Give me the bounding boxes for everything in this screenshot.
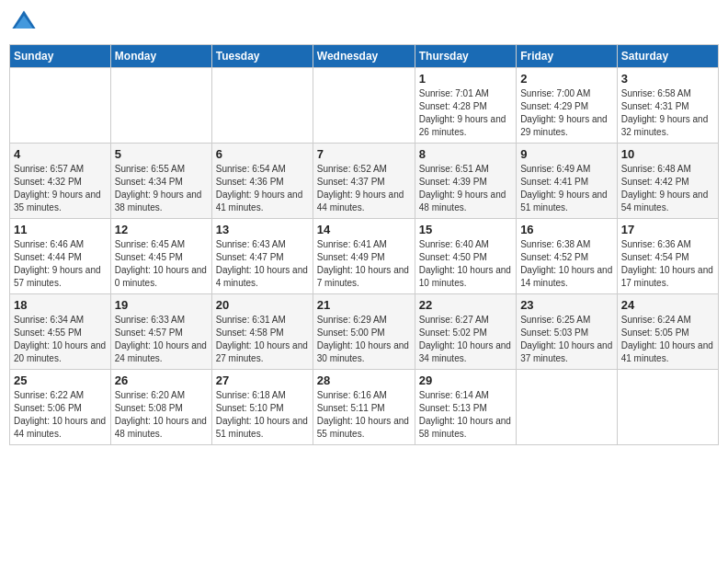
day-number: 1 — [419, 72, 512, 86]
calendar-cell: 24Sunrise: 6:24 AM Sunset: 5:05 PM Dayli… — [617, 294, 718, 370]
day-header-monday: Monday — [110, 45, 211, 68]
cell-info: Sunrise: 6:58 AM Sunset: 4:31 PM Dayligh… — [621, 87, 714, 139]
cell-info: Sunrise: 6:24 AM Sunset: 5:05 PM Dayligh… — [621, 314, 714, 365]
cell-info: Sunrise: 6:40 AM Sunset: 4:50 PM Dayligh… — [419, 238, 512, 290]
day-number: 13 — [216, 223, 309, 236]
calendar-cell: 7Sunrise: 6:52 AM Sunset: 4:37 PM Daylig… — [313, 144, 415, 219]
page-header — [9, 9, 719, 39]
cell-info: Sunrise: 6:55 AM Sunset: 4:34 PM Dayligh… — [115, 163, 208, 214]
day-number: 26 — [115, 373, 208, 387]
cell-info: Sunrise: 6:20 AM Sunset: 5:08 PM Dayligh… — [115, 389, 208, 441]
calendar-cell: 6Sunrise: 6:54 AM Sunset: 4:36 PM Daylig… — [211, 144, 313, 219]
calendar-cell — [517, 370, 618, 445]
cell-info: Sunrise: 6:16 AM Sunset: 5:11 PM Dayligh… — [317, 389, 411, 441]
day-number: 14 — [317, 223, 411, 236]
day-number: 2 — [520, 72, 613, 86]
day-number: 27 — [216, 373, 309, 387]
calendar-cell — [10, 68, 111, 144]
cell-info: Sunrise: 6:33 AM Sunset: 4:57 PM Dayligh… — [115, 314, 208, 365]
cell-info: Sunrise: 6:27 AM Sunset: 5:02 PM Dayligh… — [419, 314, 512, 365]
calendar-week-row: 1Sunrise: 7:01 AM Sunset: 4:28 PM Daylig… — [10, 68, 719, 144]
calendar-cell: 10Sunrise: 6:48 AM Sunset: 4:42 PM Dayli… — [617, 144, 718, 219]
calendar-week-row: 18Sunrise: 6:34 AM Sunset: 4:55 PM Dayli… — [10, 294, 719, 370]
day-header-thursday: Thursday — [415, 45, 516, 68]
day-number: 7 — [317, 147, 411, 161]
cell-info: Sunrise: 6:36 AM Sunset: 4:54 PM Dayligh… — [621, 238, 714, 290]
calendar-cell: 25Sunrise: 6:22 AM Sunset: 5:06 PM Dayli… — [10, 370, 111, 445]
calendar-week-row: 25Sunrise: 6:22 AM Sunset: 5:06 PM Dayli… — [10, 370, 719, 445]
cell-info: Sunrise: 6:49 AM Sunset: 4:41 PM Dayligh… — [520, 163, 613, 214]
day-number: 8 — [419, 147, 512, 161]
calendar-cell: 16Sunrise: 6:38 AM Sunset: 4:52 PM Dayli… — [517, 219, 618, 294]
cell-info: Sunrise: 6:14 AM Sunset: 5:13 PM Dayligh… — [419, 389, 512, 441]
calendar-cell: 15Sunrise: 6:40 AM Sunset: 4:50 PM Dayli… — [415, 219, 516, 294]
logo — [9, 9, 40, 39]
cell-info: Sunrise: 6:22 AM Sunset: 5:06 PM Dayligh… — [14, 389, 107, 441]
cell-info: Sunrise: 6:34 AM Sunset: 4:55 PM Dayligh… — [14, 314, 107, 365]
day-number: 24 — [621, 298, 714, 312]
day-header-tuesday: Tuesday — [211, 45, 313, 68]
calendar-cell: 18Sunrise: 6:34 AM Sunset: 4:55 PM Dayli… — [10, 294, 111, 370]
calendar-cell: 12Sunrise: 6:45 AM Sunset: 4:45 PM Dayli… — [110, 219, 211, 294]
cell-info: Sunrise: 6:43 AM Sunset: 4:47 PM Dayligh… — [216, 238, 309, 290]
day-number: 4 — [14, 147, 107, 161]
day-header-wednesday: Wednesday — [313, 45, 415, 68]
cell-info: Sunrise: 6:48 AM Sunset: 4:42 PM Dayligh… — [621, 163, 714, 214]
day-number: 23 — [520, 298, 613, 312]
calendar-cell: 9Sunrise: 6:49 AM Sunset: 4:41 PM Daylig… — [517, 144, 618, 219]
day-number: 6 — [216, 147, 309, 161]
calendar-cell: 3Sunrise: 6:58 AM Sunset: 4:31 PM Daylig… — [617, 68, 718, 144]
calendar-cell: 28Sunrise: 6:16 AM Sunset: 5:11 PM Dayli… — [313, 370, 415, 445]
cell-info: Sunrise: 6:29 AM Sunset: 5:00 PM Dayligh… — [317, 314, 411, 365]
calendar-cell: 22Sunrise: 6:27 AM Sunset: 5:02 PM Dayli… — [415, 294, 516, 370]
day-number: 11 — [14, 223, 107, 236]
cell-info: Sunrise: 6:54 AM Sunset: 4:36 PM Dayligh… — [216, 163, 309, 214]
calendar-table: SundayMondayTuesdayWednesdayThursdayFrid… — [9, 44, 719, 445]
day-number: 18 — [14, 298, 107, 312]
cell-info: Sunrise: 6:46 AM Sunset: 4:44 PM Dayligh… — [14, 238, 107, 290]
calendar-week-row: 4Sunrise: 6:57 AM Sunset: 4:32 PM Daylig… — [10, 144, 719, 219]
day-number: 3 — [621, 72, 714, 86]
calendar-cell: 4Sunrise: 6:57 AM Sunset: 4:32 PM Daylig… — [10, 144, 111, 219]
day-number: 19 — [115, 298, 208, 312]
day-number: 15 — [419, 223, 512, 236]
calendar-cell: 2Sunrise: 7:00 AM Sunset: 4:29 PM Daylig… — [517, 68, 618, 144]
calendar-cell: 8Sunrise: 6:51 AM Sunset: 4:39 PM Daylig… — [415, 144, 516, 219]
day-header-sunday: Sunday — [10, 45, 111, 68]
calendar-cell: 14Sunrise: 6:41 AM Sunset: 4:49 PM Dayli… — [313, 219, 415, 294]
day-number: 9 — [520, 147, 613, 161]
day-number: 12 — [115, 223, 208, 236]
cell-info: Sunrise: 6:25 AM Sunset: 5:03 PM Dayligh… — [520, 314, 613, 365]
calendar-week-row: 11Sunrise: 6:46 AM Sunset: 4:44 PM Dayli… — [10, 219, 719, 294]
day-header-friday: Friday — [517, 45, 618, 68]
calendar-cell: 20Sunrise: 6:31 AM Sunset: 4:58 PM Dayli… — [211, 294, 313, 370]
day-number: 28 — [317, 373, 411, 387]
cell-info: Sunrise: 6:57 AM Sunset: 4:32 PM Dayligh… — [14, 163, 107, 214]
day-number: 17 — [621, 223, 714, 236]
calendar-cell: 13Sunrise: 6:43 AM Sunset: 4:47 PM Dayli… — [211, 219, 313, 294]
calendar-header-row: SundayMondayTuesdayWednesdayThursdayFrid… — [10, 45, 719, 68]
calendar-cell: 11Sunrise: 6:46 AM Sunset: 4:44 PM Dayli… — [10, 219, 111, 294]
day-number: 16 — [520, 223, 613, 236]
day-number: 10 — [621, 147, 714, 161]
day-number: 25 — [14, 373, 107, 387]
day-number: 5 — [115, 147, 208, 161]
calendar-cell: 19Sunrise: 6:33 AM Sunset: 4:57 PM Dayli… — [110, 294, 211, 370]
cell-info: Sunrise: 6:41 AM Sunset: 4:49 PM Dayligh… — [317, 238, 411, 290]
day-number: 20 — [216, 298, 309, 312]
cell-info: Sunrise: 6:31 AM Sunset: 4:58 PM Dayligh… — [216, 314, 309, 365]
cell-info: Sunrise: 6:45 AM Sunset: 4:45 PM Dayligh… — [115, 238, 208, 290]
day-header-saturday: Saturday — [617, 45, 718, 68]
calendar-cell: 29Sunrise: 6:14 AM Sunset: 5:13 PM Dayli… — [415, 370, 516, 445]
cell-info: Sunrise: 7:00 AM Sunset: 4:29 PM Dayligh… — [520, 87, 613, 139]
calendar-cell: 1Sunrise: 7:01 AM Sunset: 4:28 PM Daylig… — [415, 68, 516, 144]
cell-info: Sunrise: 6:51 AM Sunset: 4:39 PM Dayligh… — [419, 163, 512, 214]
calendar-cell: 26Sunrise: 6:20 AM Sunset: 5:08 PM Dayli… — [110, 370, 211, 445]
cell-info: Sunrise: 6:52 AM Sunset: 4:37 PM Dayligh… — [317, 163, 411, 214]
cell-info: Sunrise: 7:01 AM Sunset: 4:28 PM Dayligh… — [419, 87, 512, 139]
calendar-cell — [617, 370, 718, 445]
day-number: 29 — [419, 373, 512, 387]
calendar-cell: 17Sunrise: 6:36 AM Sunset: 4:54 PM Dayli… — [617, 219, 718, 294]
calendar-cell: 27Sunrise: 6:18 AM Sunset: 5:10 PM Dayli… — [211, 370, 313, 445]
day-number: 21 — [317, 298, 411, 312]
